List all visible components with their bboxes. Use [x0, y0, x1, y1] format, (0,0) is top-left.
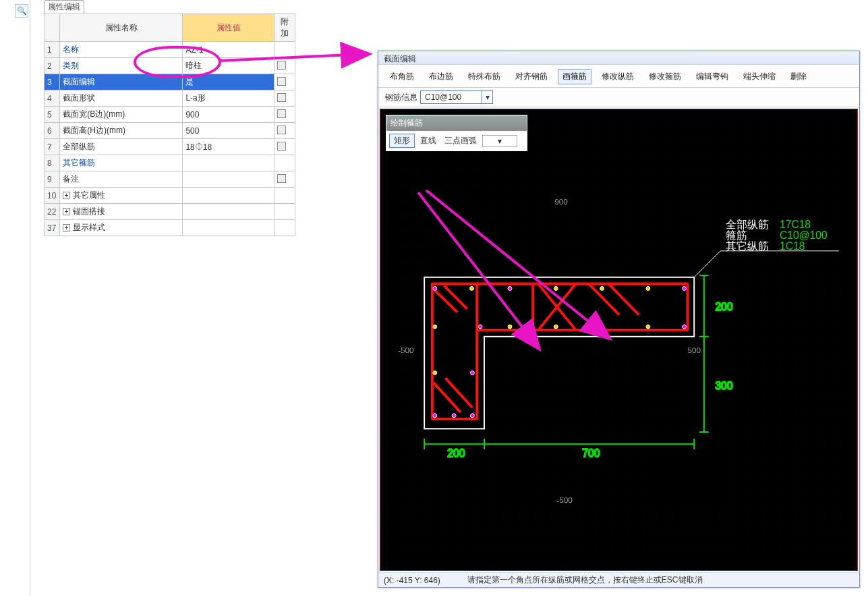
table-row[interactable]: 2类别暗柱: [45, 58, 295, 74]
svg-point-36: [470, 414, 474, 418]
row-name: 备注: [60, 171, 183, 188]
draw-stirrup-palette: 绘制箍筋 矩形直线三点画弧▾: [386, 115, 527, 151]
row-number: 10: [45, 188, 60, 204]
row-value[interactable]: AZ-1: [183, 42, 274, 58]
svg-point-23: [646, 286, 650, 290]
palette-item-直线[interactable]: 直线: [417, 134, 439, 147]
legend-stir-label: 箍筋: [726, 229, 747, 241]
row-value[interactable]: 18⏀18: [183, 139, 274, 155]
table-row[interactable]: 9备注: [45, 171, 295, 188]
extra-checkbox[interactable]: [277, 126, 286, 134]
palette-item-矩形[interactable]: 矩形: [389, 134, 415, 148]
row-extra: [274, 90, 295, 107]
row-name: 截面高(H边)(mm): [60, 123, 183, 139]
extra-checkbox[interactable]: [277, 61, 286, 70]
row-extra: [274, 42, 295, 58]
chevron-down-icon: ▾: [498, 136, 502, 146]
toolbar-item-删除[interactable]: 删除: [786, 69, 811, 84]
row-value[interactable]: [183, 171, 274, 188]
palette-item-三点画弧[interactable]: 三点画弧: [442, 134, 480, 147]
table-row[interactable]: 1名称AZ-1: [45, 42, 295, 58]
row-value[interactable]: 暗柱: [183, 58, 274, 74]
row-value[interactable]: [183, 155, 274, 171]
property-tab-label: 属性编辑: [48, 1, 80, 13]
extra-checkbox[interactable]: [277, 93, 286, 102]
search-button[interactable]: 🔍: [15, 4, 28, 18]
toolbar-item-对齐钢筋[interactable]: 对齐钢筋: [511, 69, 552, 84]
property-tab[interactable]: 属性编辑: [44, 0, 84, 13]
row-number: 22: [45, 204, 60, 220]
canvas-area[interactable]: 绘制箍筋 矩形直线三点画弧▾ 900 -500 500 -500: [380, 109, 858, 571]
grid-header-num: [45, 14, 60, 42]
extra-checkbox[interactable]: [277, 174, 286, 183]
row-number: 9: [45, 171, 60, 188]
editor-window: 截面编辑 布角筋布边筋特殊布筋对齐钢筋画箍筋修改纵筋修改箍筋编辑弯钩端头伸缩删除…: [378, 51, 860, 588]
row-name: 名称: [60, 42, 183, 58]
row-value[interactable]: 900: [183, 107, 274, 123]
grid-header-value: 属性值: [183, 14, 274, 42]
table-row[interactable]: 4截面形状L-a形: [45, 90, 295, 107]
extra-checkbox[interactable]: [277, 142, 286, 151]
row-name: 其它箍筋: [60, 155, 183, 171]
table-row[interactable]: 10+其它属性: [45, 188, 295, 204]
extra-checkbox[interactable]: [277, 109, 286, 118]
table-row[interactable]: 7全部纵筋18⏀18: [45, 139, 295, 155]
toolbar-item-端头伸缩[interactable]: 端头伸缩: [739, 69, 780, 84]
row-name: +锚固搭接: [60, 204, 183, 220]
table-row[interactable]: 3截面编辑是: [45, 74, 295, 90]
svg-point-35: [452, 414, 456, 418]
row-value[interactable]: 500: [183, 123, 274, 139]
toolbar-item-布边筋[interactable]: 布边筋: [424, 69, 458, 84]
table-row[interactable]: 37+显示样式: [45, 220, 295, 236]
row-extra: [274, 107, 295, 123]
row-number: 5: [45, 107, 60, 123]
expand-icon[interactable]: +: [63, 224, 70, 232]
extra-checkbox[interactable]: [277, 77, 286, 86]
toolbar-item-画箍筋[interactable]: 画箍筋: [558, 69, 591, 84]
svg-point-30: [478, 325, 482, 329]
row-name: 截面形状: [60, 90, 183, 107]
dim-200: 200: [715, 301, 732, 313]
toolbar-item-特殊布筋[interactable]: 特殊布筋: [463, 69, 505, 84]
expand-icon[interactable]: +: [63, 208, 70, 215]
row-value[interactable]: L-a形: [183, 90, 274, 107]
reinforce-info-combo[interactable]: C10@100 ▾: [420, 90, 493, 104]
table-row[interactable]: 22+锚固搭接: [45, 204, 295, 220]
toolbar-item-布角筋[interactable]: 布角筋: [385, 69, 419, 84]
palette-title: 绘制箍筋: [386, 115, 527, 131]
legend-all-value: 17C18: [780, 219, 811, 230]
table-row[interactable]: 5截面宽(B边)(mm)900: [45, 107, 295, 123]
svg-point-34: [433, 414, 437, 418]
table-row[interactable]: 8其它箍筋: [45, 155, 295, 171]
row-number: 3: [45, 74, 60, 90]
svg-point-26: [646, 325, 650, 329]
dim-200b: 200: [447, 448, 465, 459]
row-value[interactable]: [183, 204, 274, 220]
row-extra: [274, 204, 295, 220]
svg-point-20: [508, 286, 512, 290]
table-row[interactable]: 6截面高(H边)(mm)500: [45, 123, 295, 139]
row-extra: [274, 220, 295, 236]
row-value[interactable]: [183, 220, 274, 236]
toolbar-item-修改纵筋[interactable]: 修改纵筋: [597, 69, 639, 84]
palette-select[interactable]: ▾: [482, 135, 517, 147]
reinforce-info-value: C10@100: [421, 92, 482, 102]
dim-700: 700: [582, 448, 600, 459]
expand-icon[interactable]: +: [63, 192, 70, 199]
row-number: 2: [45, 58, 60, 74]
svg-point-32: [433, 371, 437, 375]
svg-point-19: [470, 286, 474, 290]
toolbar-item-编辑弯钩[interactable]: 编辑弯钩: [691, 69, 733, 84]
legend-other-label: 其它纵筋: [726, 240, 769, 252]
row-name: 全部纵筋: [60, 139, 183, 155]
row-value[interactable]: 是: [183, 74, 274, 90]
row-number: 7: [45, 139, 60, 155]
svg-text:900: 900: [554, 197, 568, 206]
svg-point-21: [554, 286, 558, 290]
row-name: +其它属性: [60, 188, 183, 204]
svg-rect-3: [385, 109, 853, 570]
row-value[interactable]: [183, 188, 274, 204]
search-icon: 🔍: [17, 6, 27, 16]
toolbar-item-修改箍筋[interactable]: 修改箍筋: [644, 69, 686, 84]
row-extra: [274, 123, 295, 139]
